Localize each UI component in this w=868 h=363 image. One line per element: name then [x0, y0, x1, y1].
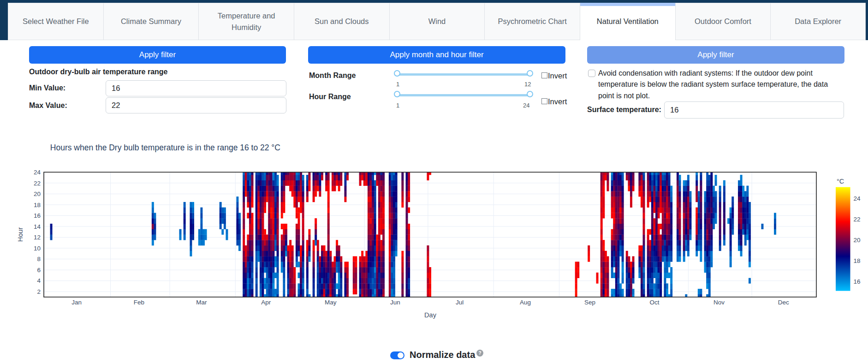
heatmap-cell: [249, 235, 251, 240]
hour-range-handle-min[interactable]: [394, 91, 400, 97]
heatmap-cell: [289, 256, 291, 262]
heatmap-cell: [298, 224, 300, 229]
heatmap-cell: [378, 245, 380, 251]
month-range-handle-max[interactable]: [527, 70, 533, 77]
heatmap-cell: [370, 240, 372, 245]
tab-outdoor-comfort[interactable]: Outdoor Comfort: [675, 3, 771, 40]
heatmap-cell: [323, 262, 326, 267]
heatmap-cell: [740, 202, 743, 208]
heatmap-cell: [615, 262, 618, 267]
heatmap-cell: [327, 186, 330, 191]
tab-natural-ventilation[interactable]: Natural Ventilation: [580, 3, 676, 40]
heatmap-cell: [291, 180, 294, 186]
heatmap-cell: [395, 213, 398, 218]
heatmap-cell: [393, 245, 395, 251]
heatmap-cell: [708, 224, 711, 229]
tab-climate-summary[interactable]: Climate Summary: [103, 3, 199, 40]
heatmap-cell: [344, 175, 346, 180]
heatmap-cell: [696, 229, 698, 235]
tab-temperature-and-humidity[interactable]: Temperature and Humidity: [198, 3, 294, 40]
heatmap-cell: [365, 262, 368, 267]
heatmap-cell: [272, 175, 274, 180]
heatmap-cell: [272, 256, 274, 262]
heatmap-cell: [619, 235, 622, 240]
heatmap-cell: [372, 262, 374, 267]
condensation-checkbox[interactable]: [588, 70, 595, 77]
heatmap-cell: [749, 278, 751, 284]
heatmap-cell: [370, 175, 372, 180]
apply-temp-filter-button[interactable]: Apply filter: [29, 46, 286, 64]
heatmap-cell: [308, 240, 310, 245]
tab-data-explorer[interactable]: Data Explorer: [770, 3, 866, 40]
heatmap-cell: [277, 224, 279, 229]
heatmap-cell: [658, 273, 660, 278]
min-value-input[interactable]: [106, 80, 286, 96]
month-range-slider[interactable]: [397, 73, 530, 76]
apply-condensation-filter-button[interactable]: Apply filter: [587, 46, 844, 64]
heatmap-cell: [277, 240, 279, 245]
hour-range-slider[interactable]: [397, 94, 530, 96]
heatmap-cell: [723, 240, 725, 245]
heatmap-cell: [605, 278, 607, 284]
heatmap-cell: [666, 208, 668, 213]
heatmap-cell: [622, 278, 624, 284]
month-invert-checkbox[interactable]: [541, 72, 547, 78]
max-value-input[interactable]: [106, 97, 286, 113]
heatmap-cell: [247, 278, 249, 284]
heatmap-cell: [615, 191, 618, 196]
heatmap-cell: [664, 218, 666, 224]
heatmap-cell: [226, 229, 228, 235]
heatmap-cell: [706, 235, 708, 240]
heatmap-cell: [238, 240, 241, 245]
heatmap-cell: [658, 191, 660, 196]
min-value-label: Min Value:: [29, 84, 65, 92]
heatmap-cell: [638, 180, 641, 186]
heatmap-cell: [683, 256, 685, 262]
heatmap-cell: [243, 240, 245, 245]
normalize-toggle[interactable]: [390, 351, 404, 359]
heatmap-cell: [238, 224, 241, 229]
heatmap-cell: [401, 256, 404, 262]
heatmap-cell: [300, 273, 302, 278]
heatmap-cell: [626, 283, 628, 289]
heatmap-cell: [730, 235, 732, 240]
heatmap-cell: [274, 262, 277, 267]
tab-select-weather-file[interactable]: Select Weather File: [8, 3, 104, 40]
tab-wind[interactable]: Wind: [389, 3, 485, 40]
heatmap-cell: [660, 202, 662, 208]
y-tick-label: 16: [34, 212, 41, 219]
heatmap-cell: [740, 240, 743, 245]
heatmap-cell: [249, 175, 251, 180]
heatmap-cell: [622, 175, 624, 180]
heatmap-cell: [719, 224, 721, 229]
heatmap-cell: [266, 256, 268, 262]
heatmap-cell: [317, 175, 319, 180]
heatmap-cell: [607, 262, 609, 267]
hour-range-handle-max[interactable]: [527, 91, 533, 97]
heatmap-cell: [666, 251, 668, 256]
heatmap-cell: [653, 251, 655, 256]
heatmap-cell: [742, 208, 744, 213]
tab-psychrometric-chart[interactable]: Psychrometric Chart: [484, 3, 580, 40]
hour-invert-checkbox[interactable]: [541, 98, 547, 104]
help-icon[interactable]: ?: [476, 350, 483, 357]
heatmap-cell: [679, 224, 681, 229]
heatmap-cell: [289, 186, 291, 191]
heatmap-cell: [655, 256, 658, 262]
heatmap-cell: [372, 196, 374, 202]
heatmap-cell: [406, 278, 408, 284]
tab-sun-and-clouds[interactable]: Sun and Clouds: [294, 3, 390, 40]
surface-temperature-input[interactable]: [664, 101, 844, 119]
heatmap-cell: [389, 202, 391, 208]
apply-month-hour-filter-button[interactable]: Apply month and hour filter: [308, 46, 565, 64]
heatmap-cell: [257, 218, 260, 224]
heatmap-cell: [746, 208, 749, 213]
heatmap-cell: [262, 202, 264, 208]
heatmap-cell: [306, 273, 309, 278]
x-tick-label: Oct: [649, 299, 659, 306]
heatmap-cell: [685, 208, 687, 213]
heatmap-cell: [719, 208, 721, 213]
month-range-handle-min[interactable]: [394, 70, 400, 77]
heatmap-cell: [368, 245, 370, 251]
heatmap-cell: [313, 283, 315, 289]
